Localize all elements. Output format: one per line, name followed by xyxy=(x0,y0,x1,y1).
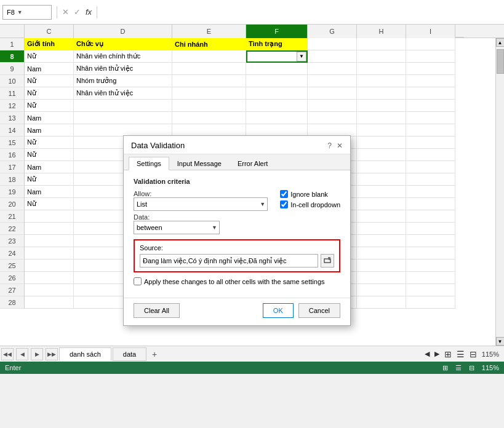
in-cell-dropdown-checkbox[interactable] xyxy=(280,200,288,208)
fx-icon[interactable]: fx xyxy=(86,7,92,17)
checkboxes-section: Ignore blank In-cell dropdown xyxy=(280,190,340,211)
sheet-tab-data[interactable]: data xyxy=(113,347,146,361)
data-select-wrap: between ▼ xyxy=(134,221,220,234)
cancel-button[interactable]: Cancel xyxy=(298,303,340,318)
cell-reference: F8 xyxy=(7,9,15,16)
ignore-blank-checkbox[interactable] xyxy=(280,190,288,198)
cancel-formula-icon[interactable]: ✕ xyxy=(62,7,69,17)
dialog-tabs: Settings Input Message Error Alert xyxy=(124,154,350,170)
tab-nav-last-button[interactable]: ▶▶ xyxy=(46,348,58,360)
collapse-icon xyxy=(324,257,331,264)
tab-input-message[interactable]: Input Message xyxy=(169,157,230,170)
validation-criteria-label: Validation criteria xyxy=(134,178,340,185)
allow-select[interactable]: List xyxy=(134,197,268,211)
tab-error-alert[interactable]: Error Alert xyxy=(230,157,276,170)
source-label: Source: xyxy=(140,244,334,252)
dialog-footer: Clear All OK Cancel xyxy=(124,298,350,325)
horizontal-scroll-left-icon[interactable]: ◀ xyxy=(425,350,430,358)
status-mode: Enter xyxy=(5,364,21,371)
dialog-body: Validation criteria Allow: List ▼ xyxy=(124,170,350,298)
ok-button[interactable]: OK xyxy=(263,303,294,318)
dialog-help-icon[interactable]: ? xyxy=(327,141,332,150)
name-box[interactable]: F8 ▼ xyxy=(2,5,52,20)
confirm-formula-icon[interactable]: ✓ xyxy=(74,7,81,17)
formula-bar: F8 ▼ ✕ ✓ fx xyxy=(0,0,504,25)
source-input-row xyxy=(140,254,334,268)
page-break-icon[interactable]: ☰ xyxy=(455,364,462,372)
sheet-tab-danh-sach[interactable]: danh sách xyxy=(59,347,111,361)
zoom-percentage: 115% xyxy=(482,364,499,371)
in-cell-dropdown-label: In-cell dropdown xyxy=(290,201,340,208)
in-cell-dropdown-row: In-cell dropdown xyxy=(280,200,340,208)
page-layout-icon[interactable]: ⊟ xyxy=(469,364,474,372)
add-sheet-button[interactable]: + xyxy=(148,347,161,361)
bottom-right-info: ◀ ▶ ⊞ ☰ ⊟ 115% xyxy=(425,349,504,359)
dialog-title-controls: ? ✕ xyxy=(327,141,343,150)
tab-settings[interactable]: Settings xyxy=(129,157,169,170)
horizontal-scroll-right-icon[interactable]: ▶ xyxy=(434,350,439,358)
source-section: Source: xyxy=(134,239,340,272)
status-bar: Enter ⊞ ☰ ⊟ 115% xyxy=(0,362,504,374)
status-right: ⊞ ☰ ⊟ 115% xyxy=(442,364,499,372)
data-label: Data: xyxy=(134,213,340,221)
allow-data-row: Allow: List ▼ Ignore blank xyxy=(134,190,340,211)
apply-changes-checkbox[interactable] xyxy=(134,277,142,285)
allow-section: Allow: List ▼ xyxy=(134,190,268,211)
formula-input[interactable] xyxy=(102,5,502,20)
layout-view-icon[interactable]: ☰ xyxy=(457,349,465,359)
dialog-titlebar: Data Validation ? ✕ xyxy=(124,136,350,154)
formula-divider xyxy=(57,6,57,18)
cell-mode-icon[interactable]: ⊞ xyxy=(442,364,448,372)
clear-all-button[interactable]: Clear All xyxy=(134,303,180,318)
apply-row: Apply these changes to all other cells w… xyxy=(134,277,340,285)
tab-nav-first-button[interactable]: ◀◀ xyxy=(1,348,14,360)
dialog-close-icon[interactable]: ✕ xyxy=(337,141,343,150)
data-select[interactable]: between xyxy=(134,221,220,234)
bottom-bar: ◀◀ ◀ ▶ ▶▶ danh sách data + ◀ ▶ ⊞ ☰ ⊟ 115… xyxy=(0,346,504,362)
tab-nav-next-button[interactable]: ▶ xyxy=(31,348,43,360)
apply-changes-label: Apply these changes to all other cells w… xyxy=(144,278,325,285)
ignore-blank-label: Ignore blank xyxy=(290,191,328,198)
spreadsheet: C D E F G H I 1 8 9 10 11 12 13 14 xyxy=(0,25,504,346)
source-input[interactable] xyxy=(140,254,318,268)
dialog-action-buttons: OK Cancel xyxy=(263,303,340,318)
allow-label: Allow: xyxy=(134,190,268,197)
zoom-level: 115% xyxy=(482,351,499,358)
dialog-title: Data Validation xyxy=(131,141,185,150)
formula-divider2 xyxy=(97,6,97,18)
data-validation-dialog: Data Validation ? ✕ Settings Input Messa… xyxy=(123,135,351,326)
data-section: Data: between ▼ xyxy=(134,213,340,234)
ignore-blank-row: Ignore blank xyxy=(280,190,340,198)
tab-nav-prev-button[interactable]: ◀ xyxy=(16,348,28,360)
allow-select-wrap: List ▼ xyxy=(134,197,268,211)
dialog-overlay: Data Validation ? ✕ Settings Input Messa… xyxy=(0,25,504,346)
formula-icons: ✕ ✓ fx xyxy=(62,7,92,17)
page-break-view-icon[interactable]: ⊞ xyxy=(444,349,452,359)
source-collapse-button[interactable] xyxy=(321,254,334,268)
page-view-icon[interactable]: ⊟ xyxy=(470,349,477,359)
